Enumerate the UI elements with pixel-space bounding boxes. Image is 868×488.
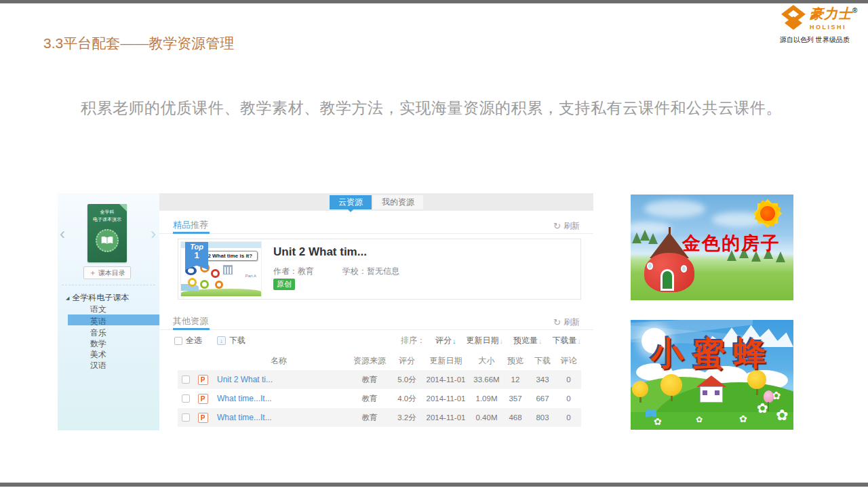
resource-link[interactable]: What time...It...	[217, 394, 272, 403]
active-tab-caret-icon	[348, 209, 353, 212]
author-label: 作者：	[273, 266, 298, 276]
tree-item-meishu[interactable]: 美术	[90, 349, 106, 361]
sort-arrow-icon: ↓	[500, 337, 504, 345]
table-row: P Unit 2 What ti... 教育 5.0分 2014-11-01 3…	[178, 370, 581, 389]
featured-section-title: 精品推荐	[173, 219, 208, 231]
row-checkbox[interactable]	[182, 375, 190, 384]
sort-by-views[interactable]: 预览量↓	[513, 335, 542, 346]
illustration-caption: 金色的房子	[682, 231, 781, 256]
prev-book-icon[interactable]: ‹	[60, 226, 65, 242]
table-row: P What time...It... 教育 3.2分 2014-11-01 0…	[178, 408, 581, 427]
butterfly-shape	[646, 409, 656, 418]
yellow-tree-shape	[660, 374, 682, 396]
tab-cloud-resources[interactable]: 云资源	[330, 195, 372, 209]
tab-my-resources-label: 我的资源	[382, 197, 414, 208]
clock-icon	[188, 278, 197, 287]
row-checkbox[interactable]	[182, 413, 190, 422]
logo-diamond-icon	[780, 5, 807, 32]
catalog-button-label: 课本目录	[98, 268, 125, 278]
featured-thumbnail: Unit2 What time is it? Part A Top 1	[180, 241, 262, 297]
cell-date: 2014-11-01	[420, 408, 471, 427]
tree-item-yingyu[interactable]: 英语	[90, 316, 106, 327]
sort-by-score[interactable]: 评分↓	[435, 335, 456, 346]
others-underline	[173, 328, 210, 330]
catalog-button[interactable]: ＋ 课本目录	[83, 266, 131, 279]
tree-item-hanyu[interactable]: 汉语	[90, 360, 106, 371]
sort-label: 排序：	[401, 335, 425, 346]
sort-downloads-label: 下载量	[553, 335, 577, 346]
tree-root[interactable]: ◢ 全学科电子课本	[66, 292, 129, 304]
cell-comments: 0	[556, 370, 581, 389]
next-book-icon[interactable]: ›	[151, 226, 156, 242]
cell-size: 33.66M	[471, 370, 502, 389]
cell-views: 468	[502, 408, 529, 427]
others-refresh-button[interactable]: ↻ 刷新	[553, 317, 580, 328]
row-checkbox[interactable]	[182, 394, 190, 403]
sidebar-divider	[62, 285, 155, 285]
school-label: 学校：	[342, 266, 367, 276]
cell-comments: 0	[556, 408, 581, 427]
tree-item-yinyue[interactable]: 音乐	[90, 327, 106, 339]
book-cover[interactable]: 全学科 电子课本演示	[87, 204, 127, 262]
resource-link[interactable]: What time...It...	[217, 413, 272, 422]
select-all-control[interactable]: 全选	[174, 335, 202, 346]
cell-downloads: 803	[529, 408, 556, 427]
ppt-file-icon: P	[198, 413, 208, 423]
yellow-tree-shape	[632, 381, 648, 397]
header-date: 更新日期	[420, 352, 471, 370]
sort-by-date[interactable]: 更新日期↓	[467, 335, 504, 346]
header-views: 预览	[502, 352, 529, 370]
header-downloads: 下载	[529, 352, 556, 370]
featured-card-title[interactable]: Unit 2 What tim...	[273, 245, 367, 259]
sort-by-downloads[interactable]: 下载量↓	[553, 335, 582, 346]
sort-views-label: 预览量	[513, 335, 538, 346]
table-header-row: 名称 资源来源 评分 更新日期 大小 预览 下载 评论	[178, 352, 581, 370]
rank-number: 1	[185, 251, 208, 260]
header-score: 评分	[393, 352, 420, 370]
others-section-title: 其他资源	[173, 315, 208, 327]
featured-underline	[173, 232, 210, 234]
refresh-icon: ↻	[553, 221, 561, 231]
slide-bottom-border	[0, 483, 868, 487]
cover-title-line2: 电子课本演示	[87, 216, 127, 224]
cell-comments: 0	[556, 389, 581, 408]
school-value: 暂无信息	[367, 266, 399, 276]
sort-arrow-icon: ↓	[452, 337, 456, 345]
slide-top-border	[0, 0, 868, 3]
resource-table: 名称 资源来源 评分 更新日期 大小 预览 下载 评论 P Unit 2 Wha…	[178, 352, 581, 427]
clock-icon	[211, 269, 220, 278]
flower-icon: ✿	[654, 416, 662, 427]
logo-name-en: HOLISHI	[810, 24, 858, 30]
tree-root-label: 全学科电子课本	[72, 292, 129, 304]
ppt-file-icon: P	[198, 375, 208, 385]
small-house-shape	[696, 375, 727, 404]
illustration-little-bee: ✿ ✿ ✿ ✿ ✿ ✿ 小蜜蜂	[631, 320, 793, 430]
resource-link[interactable]: Unit 2 What ti...	[217, 375, 273, 384]
tab-bar: 云资源 我的资源	[159, 193, 593, 211]
download-button[interactable]: ↓ 下载	[217, 335, 245, 346]
registered-mark: ®	[852, 7, 858, 14]
cell-size: 0.40M	[471, 408, 502, 427]
tree-selection-highlight	[68, 314, 159, 325]
featured-card-meta: 作者：教育 学校：暂无信息	[273, 266, 399, 277]
company-logo: 豪力士® HOLISHI 源自以色列 世界级品质	[780, 5, 864, 45]
others-refresh-label: 刷新	[564, 317, 580, 328]
select-all-checkbox[interactable]	[174, 337, 182, 345]
sort-arrow-icon: ↓	[578, 337, 582, 345]
thumb-part-label: Part A	[245, 274, 256, 278]
logo-tagline: 源自以色列 世界级品质	[780, 35, 864, 45]
tree-item-yuwen[interactable]: 语文	[90, 304, 106, 315]
featured-card[interactable]: Unit2 What time is it? Part A Top 1 Unit…	[178, 239, 581, 300]
header-name: 名称	[212, 352, 346, 370]
cell-size: 1.09M	[471, 389, 502, 408]
featured-refresh-button[interactable]: ↻ 刷新	[553, 220, 580, 232]
original-badge: 原创	[273, 279, 295, 290]
tab-cloud-resources-label: 云资源	[338, 197, 363, 208]
tree-item-shuxue[interactable]: 数学	[90, 338, 106, 350]
sidebar: ‹ › 全学科 电子课本演示 ＋ 课本目录 ◢ 全学科电子课本	[58, 193, 159, 430]
tab-my-resources[interactable]: 我的资源	[373, 195, 423, 209]
presentation-slide: 3.3平台配套——教学资源管理 豪力士® HOLISHI 源自以色列 世界级品质…	[0, 0, 868, 488]
clock-icon	[200, 280, 209, 289]
header-comments: 评论	[556, 352, 581, 370]
cell-downloads: 667	[529, 389, 556, 408]
